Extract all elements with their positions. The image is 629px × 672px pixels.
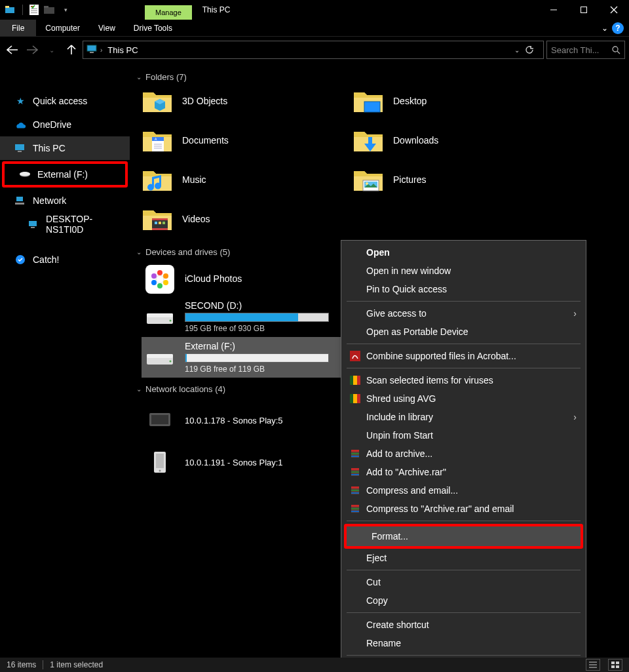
- sidebar-item-label: DESKTOP-NS1TI0D: [46, 214, 130, 235]
- context-menu: Open Open in new window Pin to Quick acc…: [341, 240, 586, 672]
- folder-music[interactable]: Music: [142, 166, 345, 193]
- svg-point-57: [170, 361, 172, 363]
- ctx-give-access-to[interactable]: Give access to›: [341, 304, 586, 323]
- svg-rect-83: [351, 492, 359, 494]
- ctx-combine-acrobat[interactable]: Combine supported files in Acrobat...: [341, 347, 586, 365]
- sidebar-item-network[interactable]: Network: [0, 189, 130, 212]
- folder-label: Desktop: [393, 96, 427, 106]
- ctx-open[interactable]: Open: [341, 243, 586, 262]
- ribbon: File Computer View Drive Tools ⌄ ?: [0, 20, 629, 37]
- section-folders[interactable]: ⌄ Folders (7): [136, 69, 622, 87]
- view-details-button[interactable]: [586, 659, 600, 671]
- ctx-open-new-window[interactable]: Open in new window: [341, 262, 586, 280]
- chevron-right-icon: ›: [573, 308, 577, 319]
- ctx-rename[interactable]: Rename: [341, 634, 586, 652]
- sidebar-item-label: Catch!: [33, 254, 59, 265]
- avg-icon: [348, 374, 362, 386]
- maximize-button[interactable]: [569, 0, 599, 20]
- close-button[interactable]: [599, 0, 629, 20]
- ctx-add-to-archive-rar[interactable]: Add to "Archive.rar": [341, 463, 586, 481]
- svg-rect-43: [162, 222, 165, 224]
- acrobat-icon: [348, 350, 362, 362]
- ctx-label: Create shortcut: [366, 620, 577, 630]
- svg-point-49: [157, 283, 162, 288]
- window-title: This PC: [202, 5, 231, 14]
- ctx-cut[interactable]: Cut: [341, 573, 586, 591]
- view-large-icons-button[interactable]: [608, 659, 622, 671]
- ctx-create-shortcut[interactable]: Create shortcut: [341, 616, 586, 634]
- recent-dropdown-icon[interactable]: ⌄: [43, 41, 60, 59]
- ctx-copy[interactable]: Copy: [341, 591, 586, 610]
- ctx-unpin-from-start[interactable]: Unpin from Start: [341, 426, 586, 445]
- minimize-button[interactable]: [539, 0, 569, 20]
- svg-rect-53: [147, 313, 173, 317]
- pc-icon: [14, 142, 26, 154]
- separator: [347, 344, 581, 344]
- folder-desktop[interactable]: Desktop: [353, 87, 556, 115]
- archive-icon: [348, 503, 362, 515]
- folder-downloads[interactable]: Downloads: [353, 127, 556, 154]
- ribbon-tab-file[interactable]: File: [0, 20, 36, 36]
- svg-rect-23: [29, 221, 37, 226]
- ctx-open-portable-device[interactable]: Open as Portable Device: [341, 323, 586, 341]
- ctx-compress-rar-email[interactable]: Compress to "Archive.rar" and email: [341, 500, 586, 518]
- search-input[interactable]: Search Thi...: [546, 41, 625, 59]
- svg-rect-77: [351, 468, 359, 470]
- ctx-format[interactable]: Format...: [347, 526, 581, 546]
- chevron-down-icon: ⌄: [136, 73, 142, 81]
- status-selected-count: 1 item selected: [50, 660, 103, 669]
- ribbon-tab-drive-tools[interactable]: Drive Tools: [124, 20, 181, 36]
- svg-rect-78: [351, 471, 359, 473]
- contextual-tab-manage[interactable]: Manage: [145, 5, 192, 20]
- network-icon: [14, 195, 26, 207]
- folder-videos[interactable]: Videos: [142, 205, 345, 233]
- explorer-app-icon: [4, 3, 18, 17]
- ctx-shred-avg[interactable]: Shred using AVG: [341, 389, 586, 408]
- ctx-label: Eject: [366, 553, 577, 563]
- svg-rect-0: [5, 7, 14, 13]
- help-icon[interactable]: ?: [612, 22, 624, 34]
- sidebar-item-quick-access[interactable]: ★ Quick access: [0, 89, 130, 113]
- up-button[interactable]: [63, 41, 80, 59]
- properties-icon[interactable]: [27, 3, 41, 17]
- refresh-icon[interactable]: [525, 45, 541, 54]
- folder-documents[interactable]: A Documents: [142, 127, 345, 154]
- folder-label: Documents: [182, 135, 229, 146]
- sidebar-item-this-pc[interactable]: This PC: [0, 136, 130, 160]
- ctx-include-in-library[interactable]: Include in library›: [341, 408, 586, 426]
- chevron-right-icon[interactable]: ›: [99, 47, 104, 54]
- ctx-label: Include in library: [366, 412, 573, 422]
- address-dropdown-icon[interactable]: ⌄: [509, 47, 525, 54]
- svg-point-46: [157, 270, 162, 275]
- svg-rect-41: [155, 222, 157, 224]
- ribbon-expand-icon[interactable]: ⌄: [601, 24, 608, 33]
- sidebar-item-desktop-computer[interactable]: DESKTOP-NS1TI0D: [0, 212, 130, 236]
- ctx-compress-and-email[interactable]: Compress and email...: [341, 481, 586, 500]
- ctx-highlight-format: Format...: [344, 524, 583, 549]
- address-bar[interactable]: › This PC ⌄: [83, 41, 544, 59]
- folder-3d-objects[interactable]: 3D Objects: [142, 87, 345, 115]
- forward-button[interactable]: [24, 41, 41, 59]
- ribbon-tab-view[interactable]: View: [89, 20, 124, 36]
- ctx-pin-quick-access[interactable]: Pin to Quick access: [341, 280, 586, 298]
- ctx-add-to-archive[interactable]: Add to archive...: [341, 445, 586, 463]
- ctx-label: Copy: [366, 595, 577, 606]
- avg-icon: [348, 393, 362, 405]
- sidebar-item-external[interactable]: External (F:): [5, 164, 125, 185]
- svg-rect-81: [351, 486, 359, 488]
- folder-icon: [142, 166, 173, 193]
- svg-rect-14: [90, 52, 94, 53]
- ribbon-tab-computer[interactable]: Computer: [36, 20, 89, 36]
- ctx-scan-viruses[interactable]: Scan selected items for viruses: [341, 371, 586, 389]
- svg-point-20: [20, 172, 30, 176]
- breadcrumb-this-pc[interactable]: This PC: [104, 45, 142, 55]
- folder-pictures[interactable]: Pictures: [353, 166, 556, 193]
- sidebar-item-catch[interactable]: Catch!: [0, 248, 130, 271]
- ctx-eject[interactable]: Eject: [341, 549, 586, 567]
- back-button[interactable]: [4, 41, 21, 59]
- sidebar-item-label: External (F:): [37, 169, 88, 180]
- qat-dropdown-icon[interactable]: ▾: [58, 3, 73, 17]
- svg-rect-7: [44, 7, 54, 14]
- new-folder-icon[interactable]: [43, 3, 57, 17]
- sidebar-item-onedrive[interactable]: OneDrive: [0, 113, 130, 136]
